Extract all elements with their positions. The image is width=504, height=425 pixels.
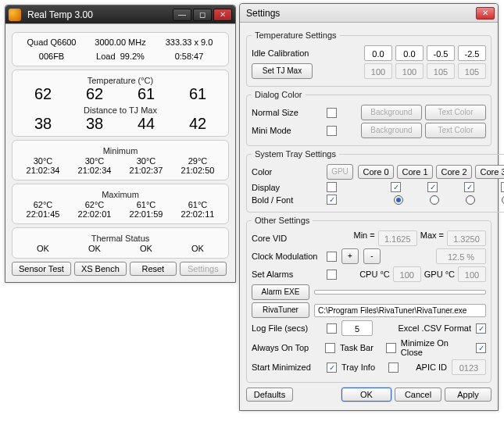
bold-font-check[interactable]: ✓ (327, 195, 337, 205)
tjmax-3: 105 (458, 63, 486, 79)
idle-calibration-label: Idle Calibration (252, 48, 322, 58)
alarm-exe-button[interactable]: Alarm EXE (252, 284, 309, 300)
start-minimized-check[interactable]: ✓ (327, 362, 337, 373)
settings-titlebar[interactable]: Settings ✕ (240, 4, 498, 23)
clockmod-plus-button[interactable]: + (341, 248, 359, 264)
max-vid-field: 1.3250 (447, 230, 486, 246)
minimize-button[interactable]: — (173, 9, 191, 21)
idle-cal-1[interactable]: 0.0 (395, 45, 424, 61)
min-vid-field: 1.1625 (378, 230, 417, 246)
text-mini-button[interactable]: Text Color (425, 123, 486, 138)
cancel-button[interactable]: Cancel (395, 388, 441, 402)
core1-dist: 38 (69, 116, 120, 131)
settings-title: Settings (243, 8, 476, 19)
settings-close-button[interactable]: ✕ (476, 7, 495, 20)
gpu-alarm-field[interactable]: 100 (458, 266, 486, 282)
normal-size-check[interactable] (327, 108, 337, 118)
tjmax-0: 100 (364, 63, 392, 79)
taskbar-check[interactable] (386, 343, 396, 353)
text-normal-button[interactable]: Text Color (425, 105, 486, 120)
cpu-clock: 3000.00 MHz (86, 38, 155, 47)
temp-panel: Temperature (°C) 62 62 61 61 Distance to… (12, 70, 229, 137)
core0-dist: 38 (17, 116, 69, 131)
sensor-test-button[interactable]: Sensor Test (12, 262, 71, 276)
set-alarms-check[interactable] (327, 270, 337, 280)
always-on-top-check[interactable] (325, 343, 335, 353)
core0-color-button[interactable]: Core 0 (358, 165, 394, 179)
apply-button[interactable]: Apply (445, 388, 491, 402)
apic-id-field: 0123 (452, 359, 486, 375)
tjmax-1: 100 (395, 63, 424, 79)
core1-temp: 62 (69, 86, 120, 102)
idle-cal-3[interactable]: -2.5 (458, 45, 486, 61)
other-settings-group: Other Settings Core VID Min = 1.1625 Max… (246, 216, 491, 383)
settings-button[interactable]: Settings (180, 262, 227, 276)
clockmod-check[interactable] (327, 252, 337, 262)
bg-normal-button[interactable]: Background (361, 105, 422, 120)
info-panel: Quad Q6600 3000.00 MHz 333.33 x 9.0 006F… (12, 32, 229, 66)
core2-temp: 61 (120, 86, 172, 102)
clockmod-minus-button[interactable]: - (363, 248, 381, 264)
cpu-alarm-field[interactable]: 100 (393, 266, 421, 282)
mini-mode-check[interactable] (327, 126, 337, 136)
core3-dist: 42 (172, 116, 223, 131)
idle-cal-2[interactable]: -0.5 (427, 45, 455, 61)
core1-color-button[interactable]: Core 1 (397, 165, 433, 179)
display-core3-check[interactable]: ✓ (501, 182, 504, 192)
cpu-model: Quad Q6600 (17, 38, 86, 47)
log-file-check[interactable] (327, 323, 337, 334)
alarm-exe-path[interactable] (314, 290, 486, 295)
clockmod-pct-field: 12.5 % (436, 248, 486, 264)
tray-info-check[interactable] (388, 362, 399, 373)
main-titlebar[interactable]: Real Temp 3.00 — ◻ ✕ (5, 5, 235, 24)
core3-color-button[interactable]: Core 3 (475, 165, 504, 179)
core2-dist: 44 (120, 116, 172, 131)
dialog-color-group: Dialog Color Normal Size Background Text… (246, 90, 491, 146)
xs-bench-button[interactable]: XS Bench (74, 262, 127, 276)
gpu-color-button[interactable]: GPU (327, 164, 353, 180)
excel-csv-check[interactable]: ✓ (476, 323, 486, 334)
display-core0-check[interactable]: ✓ (391, 182, 401, 192)
minimize-on-close-check[interactable]: ✓ (476, 343, 486, 353)
core3-temp: 61 (172, 86, 223, 102)
ok-button[interactable]: OK (341, 388, 391, 402)
close-button[interactable]: ✕ (213, 9, 232, 21)
bus-mult: 333.33 x 9.0 (155, 38, 223, 47)
maximize-button[interactable]: ◻ (193, 9, 212, 21)
app-icon (9, 9, 21, 21)
system-tray-group: System Tray Settings Color GPU Core 0 Co… (246, 149, 504, 212)
min-panel: Minimum 30°C 30°C 30°C 29°C 21:02:34 21:… (12, 140, 229, 180)
bg-mini-button[interactable]: Background (361, 123, 422, 138)
temperature-settings-group: Temperature Settings Idle Calibration 0.… (246, 30, 491, 87)
display-core1-check[interactable]: ✓ (427, 182, 438, 192)
rivatuner-button[interactable]: RivaTuner (252, 302, 309, 318)
display-gpu-check[interactable] (327, 182, 337, 192)
core2-color-button[interactable]: Core 2 (436, 165, 472, 179)
font-core1-radio[interactable] (430, 195, 439, 205)
cpuid: 006FB (17, 52, 86, 61)
rivatuner-path[interactable]: C:\Program Files\RivaTuner\RivaTuner.exe (314, 304, 486, 317)
display-core2-check[interactable]: ✓ (464, 182, 474, 192)
font-core0-radio[interactable] (394, 195, 403, 205)
set-tjmax-button[interactable]: Set TJ Max (252, 63, 313, 79)
log-secs-field[interactable]: 5 (341, 320, 373, 336)
main-title: Real Temp 3.00 (24, 9, 173, 20)
reset-button[interactable]: Reset (130, 262, 177, 276)
core0-temp: 62 (17, 86, 69, 102)
defaults-button[interactable]: Defaults (246, 388, 293, 402)
font-core2-radio[interactable] (466, 195, 475, 205)
max-panel: Maximum 62°C 62°C 61°C 61°C 22:01:45 22:… (12, 184, 229, 224)
tjmax-2: 105 (427, 63, 455, 79)
thermal-panel: Thermal Status OK OK OK OK (12, 227, 229, 259)
idle-cal-0[interactable]: 0.0 (364, 45, 392, 61)
uptime: 0:58:47 (155, 52, 223, 61)
